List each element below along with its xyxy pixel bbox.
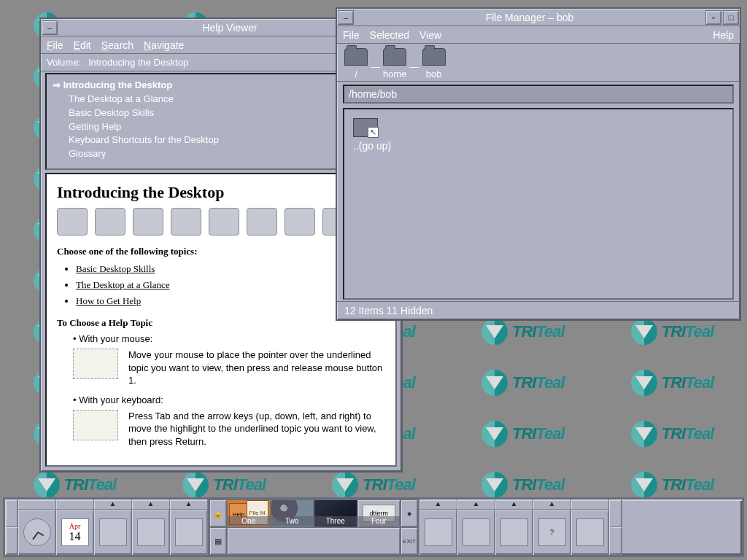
keyboard-text: Press Tab and the arrow keys (up, down, … [128,410,385,448]
front-panel[interactable]: Apr14 ▲ ▲ ▲ 🔒 Help File M One Two [3,497,744,557]
folder-up-icon [353,118,378,137]
workspace-one[interactable]: Help File M One [227,499,271,527]
app-manager-icon [500,518,528,546]
mouse-text: Move your mouse to place the pointer ove… [128,349,385,387]
calendar-slot[interactable]: Apr14 [56,510,93,555]
workspace-labels-strip [227,527,400,555]
clock-icon [23,518,51,546]
path-seg-home[interactable]: home [383,48,407,79]
menu-selected[interactable]: Selected [370,29,409,41]
speaker-icon [57,208,88,236]
subpanel-arrow[interactable] [18,499,55,510]
menu-file[interactable]: File [343,29,360,41]
menu-file[interactable]: File [47,39,63,51]
terminal-icon [247,208,277,236]
calendar-icon: Apr14 [61,518,89,546]
folder-icon [344,48,368,66]
help-link[interactable]: The Desktop at a Glance [76,279,170,290]
maximize-button[interactable]: □ [723,10,739,25]
textedit-slot[interactable] [132,510,169,555]
mail-slot[interactable] [170,510,207,555]
panel-handle-right[interactable] [609,499,622,555]
minimize-button[interactable]: ▫ [705,10,721,25]
subpanel-arrow[interactable]: ▲ [495,499,533,510]
subpanel-arrow[interactable]: ▲ [533,499,570,510]
printer-icon [133,208,163,236]
workspace-four[interactable]: dtterm Four [357,499,401,527]
style-icon [95,208,125,236]
volume-label: Volume: [47,57,81,68]
printer-icon [425,518,452,546]
keyboard-thumb-icon [73,410,118,440]
workspace-two[interactable]: Two [271,499,314,527]
trash-slot[interactable] [571,510,608,555]
help-link[interactable]: Basic Desktop Skills [76,263,155,274]
workspace-switcher[interactable]: 🔒 Help File M One Two Three dtterm Four … [208,499,419,555]
menu-view[interactable]: View [419,29,441,41]
go-up-entry[interactable]: ..(go up) [353,118,419,152]
lock-button[interactable]: 🔒 [209,499,227,527]
mouse-label: With your mouse: [79,333,152,344]
menu-help[interactable]: Help [713,29,734,41]
subpanel-arrow[interactable] [571,499,608,510]
filemgr-icon [285,208,315,236]
menu-navigate[interactable]: Navigate [144,39,184,51]
panel-right-group: ▲ ▲ ▲ ▲ ? [419,499,609,555]
window-menu-button[interactable]: – [42,20,58,35]
keys-icon [171,208,201,236]
subpanel-arrow[interactable]: ▲ [457,499,495,510]
book-icon [209,208,239,236]
printer-slot[interactable] [419,510,457,555]
subpanel-arrow[interactable]: ▲ [94,499,131,510]
mail-icon [175,518,203,546]
go-up-label: ..(go up) [353,140,391,152]
fm-titlebar[interactable]: – File Manager – bob ▫ □ [337,9,740,26]
notepad-icon [137,518,165,546]
trash-icon [576,518,604,546]
folder-icon [383,48,406,66]
fm-status: 12 Items 11 Hidden [337,301,740,319]
subpanel-arrow[interactable] [56,499,93,510]
appmgr-slot[interactable] [495,510,533,555]
ws-grid-button[interactable]: ▦ [209,527,227,555]
panel-handle-left[interactable] [5,499,18,555]
path-seg-root[interactable]: / [344,48,368,79]
help-book-icon: ? [538,518,566,546]
exit-button[interactable]: EXIT [400,527,418,555]
workspace-three[interactable]: Three [314,499,357,527]
fm-path-text[interactable]: /home/bob [343,85,734,104]
subpanel-arrow[interactable]: ▲ [170,499,207,510]
style-manager-icon [462,518,490,546]
busy-light: ● [400,499,418,527]
window-menu-button[interactable]: – [338,10,354,25]
help-link[interactable]: How to Get Help [76,295,141,306]
fm-title: File Manager – bob [355,12,705,23]
fm-menubar[interactable]: File Selected View Help [337,26,740,44]
subpanel-arrow[interactable]: ▲ [419,499,457,510]
panel-left-group: Apr14 ▲ ▲ ▲ [18,499,208,555]
volume-value: Introducing the Desktop [88,57,188,68]
fm-path-iconbar[interactable]: / — home — bob [337,44,740,82]
keyboard-label: With your keyboard: [79,394,163,405]
folder-icon [422,48,446,66]
menu-edit[interactable]: Edit [74,39,91,51]
help-slot[interactable]: ? [533,510,570,555]
file-drawer-icon [99,518,127,546]
file-manager-window[interactable]: – File Manager – bob ▫ □ File Selected V… [336,7,741,321]
clock-slot[interactable] [18,510,55,555]
mouse-thumb-icon [73,349,118,379]
menu-search[interactable]: Search [101,39,133,51]
fm-file-area[interactable]: ..(go up) [343,108,734,300]
subpanel-arrow[interactable]: ▲ [132,499,169,510]
style-slot[interactable] [457,510,495,555]
filemgr-slot[interactable] [94,510,131,555]
path-seg-bob[interactable]: bob [422,48,446,79]
